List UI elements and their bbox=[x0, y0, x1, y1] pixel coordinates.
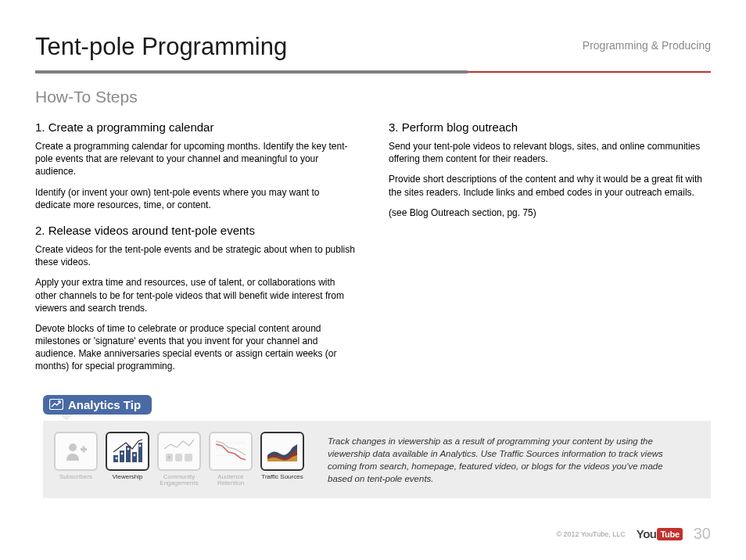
svg-point-10 bbox=[121, 452, 124, 454]
step2-paragraph: Devote blocks of time to celebrate or pr… bbox=[35, 322, 357, 373]
page-number: 30 bbox=[694, 525, 711, 543]
svg-point-13 bbox=[139, 444, 142, 447]
community-tile: + bbox=[157, 432, 201, 471]
svg-rect-17 bbox=[185, 454, 192, 461]
left-column: 1. Create a programming calendar Create … bbox=[35, 120, 357, 381]
logo-you: You bbox=[637, 527, 657, 540]
tip-tiles: Subscribers bbox=[54, 432, 304, 488]
analytics-tip: Analytics Tip Subscribers bbox=[43, 395, 711, 499]
tip-text: Track changes in viewership as a result … bbox=[328, 432, 697, 485]
step1-paragraph: Create a programming calendar for upcomi… bbox=[35, 140, 357, 178]
subscribers-tile bbox=[54, 432, 98, 471]
tile-label: Community Engagements bbox=[157, 474, 201, 488]
chart-up-icon bbox=[49, 399, 63, 410]
viewership-icon bbox=[111, 438, 144, 465]
step1-paragraph: Identify (or invent your own) tent-pole … bbox=[35, 186, 357, 211]
svg-rect-7 bbox=[132, 452, 137, 462]
footer: © 2012 YouTube, LLC You Tube 30 bbox=[556, 525, 711, 543]
step3-paragraph: Send your tent-pole videos to relevant b… bbox=[389, 140, 711, 165]
step2-heading: 2. Release videos around tent-pole event… bbox=[35, 224, 357, 237]
svg-rect-3 bbox=[83, 446, 85, 452]
svg-rect-16 bbox=[175, 454, 182, 461]
svg-point-11 bbox=[127, 447, 130, 450]
retention-icon bbox=[214, 438, 247, 465]
traffic-tile bbox=[260, 432, 304, 471]
step3-heading: 3. Perform blog outreach bbox=[389, 120, 711, 134]
tile-label: Viewership bbox=[106, 474, 149, 481]
step3-paragraph: Provide short descriptions of the conten… bbox=[389, 173, 711, 198]
subscribers-icon bbox=[63, 440, 89, 462]
retention-tile bbox=[209, 432, 253, 471]
tile-label: Audience Retention bbox=[209, 474, 253, 488]
right-column: 3. Perform blog outreach Send your tent-… bbox=[389, 120, 711, 381]
copyright: © 2012 YouTube, LLC bbox=[556, 530, 625, 538]
community-icon: + bbox=[163, 438, 195, 465]
svg-point-12 bbox=[134, 454, 136, 456]
svg-rect-5 bbox=[120, 451, 124, 462]
header-divider bbox=[35, 70, 711, 74]
category-label: Programming & Producing bbox=[583, 39, 711, 52]
logo-tube: Tube bbox=[657, 528, 682, 540]
svg-point-1 bbox=[69, 443, 77, 451]
page-title: Tent-pole Programming bbox=[35, 33, 287, 61]
step2-paragraph: Apply your extra time and resources, use… bbox=[35, 276, 357, 314]
step3-paragraph: (see Blog Outreach section, pg. 75) bbox=[389, 206, 711, 219]
svg-point-9 bbox=[116, 457, 118, 459]
svg-text:+: + bbox=[167, 454, 171, 461]
viewership-tile bbox=[106, 432, 149, 471]
tile-label: Subscribers bbox=[54, 474, 98, 481]
tip-badge-label: Analytics Tip bbox=[68, 398, 141, 411]
section-subhead: How-To Steps bbox=[35, 88, 711, 106]
youtube-logo: You Tube bbox=[637, 527, 683, 540]
tile-label: Traffic Sources bbox=[260, 474, 304, 481]
tip-badge: Analytics Tip bbox=[43, 395, 152, 415]
traffic-icon bbox=[266, 438, 299, 465]
step1-heading: 1. Create a programming calendar bbox=[35, 120, 357, 134]
step2-paragraph: Create videos for the tent-pole events a… bbox=[35, 243, 357, 268]
